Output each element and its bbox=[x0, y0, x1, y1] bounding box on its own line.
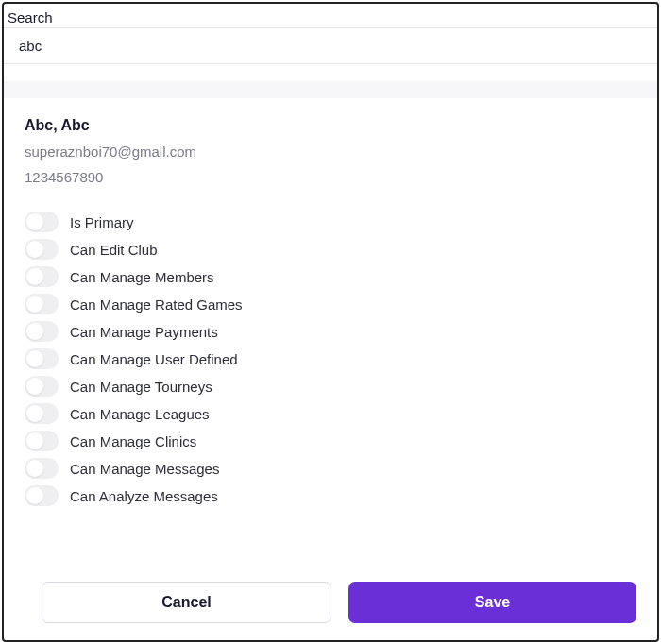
toggle-knob bbox=[26, 323, 43, 340]
button-row: Cancel Save bbox=[4, 572, 657, 640]
permission-label: Is Primary bbox=[70, 214, 134, 230]
permission-row: Can Manage User Defined bbox=[25, 348, 636, 369]
toggle-knob bbox=[26, 213, 43, 230]
divider-bar bbox=[4, 81, 657, 98]
toggle-can-manage-tourneys[interactable] bbox=[25, 376, 59, 397]
save-button[interactable]: Save bbox=[348, 582, 636, 623]
toggle-knob bbox=[26, 241, 43, 258]
toggle-knob bbox=[26, 487, 43, 504]
user-phone: 1234567890 bbox=[25, 169, 636, 185]
toggle-knob bbox=[26, 405, 43, 422]
permission-label: Can Manage Rated Games bbox=[70, 297, 243, 313]
toggle-can-manage-clinics[interactable] bbox=[25, 431, 59, 451]
toggle-can-manage-members[interactable] bbox=[25, 266, 59, 287]
toggle-knob bbox=[26, 432, 43, 449]
toggle-can-edit-club[interactable] bbox=[25, 239, 59, 260]
toggle-can-manage-user-defined[interactable] bbox=[25, 348, 59, 369]
search-section: Search bbox=[4, 4, 657, 64]
permission-row: Is Primary bbox=[25, 212, 636, 232]
user-name: Abc, Abc bbox=[25, 117, 636, 134]
toggle-can-manage-rated-games[interactable] bbox=[25, 294, 59, 314]
permission-row: Can Manage Clinics bbox=[25, 431, 636, 451]
permission-label: Can Edit Club bbox=[70, 242, 158, 258]
toggle-can-manage-payments[interactable] bbox=[25, 321, 59, 342]
search-label: Search bbox=[4, 4, 657, 27]
toggle-knob bbox=[26, 460, 43, 477]
permission-label: Can Manage Members bbox=[70, 269, 214, 285]
permission-label: Can Manage Messages bbox=[70, 461, 219, 477]
permission-row: Can Manage Tourneys bbox=[25, 376, 636, 397]
permission-label: Can Analyze Messages bbox=[70, 488, 218, 504]
permission-row: Can Manage Rated Games bbox=[25, 294, 636, 314]
toggle-knob bbox=[26, 350, 43, 367]
permission-row: Can Manage Messages bbox=[25, 458, 636, 479]
permission-row: Can Analyze Messages bbox=[25, 485, 636, 506]
dialog-container: Search Abc, Abc superaznboi70@gmail.com … bbox=[2, 2, 659, 642]
toggle-knob bbox=[26, 378, 43, 395]
user-email: superaznboi70@gmail.com bbox=[25, 144, 636, 160]
permission-row: Can Edit Club bbox=[25, 239, 636, 260]
permissions-list: Is Primary Can Edit Club Can Manage Memb… bbox=[25, 212, 636, 506]
toggle-knob bbox=[26, 296, 43, 313]
permission-row: Can Manage Leagues bbox=[25, 403, 636, 424]
permission-row: Can Manage Payments bbox=[25, 321, 636, 342]
permission-label: Can Manage Clinics bbox=[70, 433, 196, 449]
toggle-can-analyze-messages[interactable] bbox=[25, 485, 59, 506]
permission-label: Can Manage Payments bbox=[70, 324, 218, 340]
cancel-button[interactable]: Cancel bbox=[42, 582, 331, 623]
toggle-knob bbox=[26, 268, 43, 285]
toggle-can-manage-messages[interactable] bbox=[25, 458, 59, 479]
permission-label: Can Manage User Defined bbox=[70, 351, 238, 367]
toggle-is-primary[interactable] bbox=[25, 212, 59, 232]
toggle-can-manage-leagues[interactable] bbox=[25, 403, 59, 424]
permission-row: Can Manage Members bbox=[25, 266, 636, 287]
detail-section: Abc, Abc superaznboi70@gmail.com 1234567… bbox=[4, 98, 657, 572]
search-input[interactable] bbox=[4, 27, 657, 64]
permission-label: Can Manage Tourneys bbox=[70, 379, 212, 395]
permission-label: Can Manage Leagues bbox=[70, 406, 210, 422]
